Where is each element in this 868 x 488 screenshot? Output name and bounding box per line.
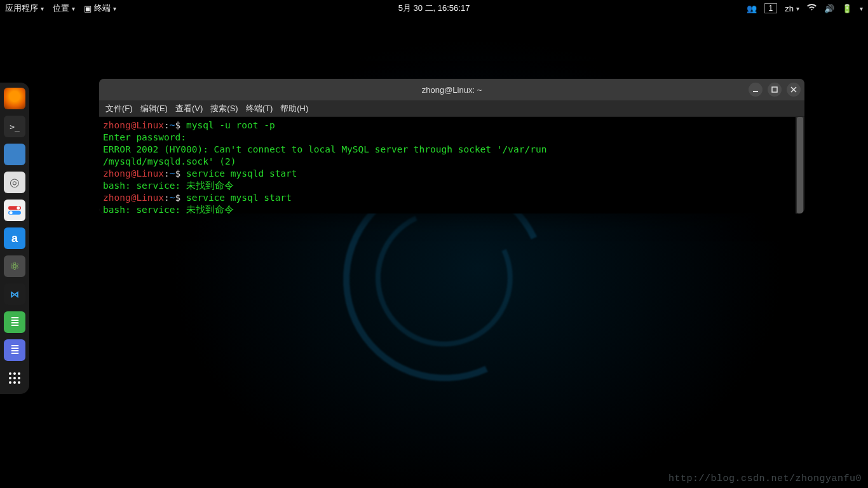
dock-item-wps-presentation[interactable]: ≣ — [4, 339, 25, 361]
maximize-button[interactable] — [768, 83, 782, 97]
wifi-icon — [807, 4, 817, 11]
svg-rect-13 — [753, 91, 758, 92]
command-text: service mysqld start — [186, 168, 297, 179]
svg-point-3 — [10, 211, 13, 214]
menu-terminal[interactable]: 终端(T) — [246, 103, 273, 114]
prompt-sign: $ — [175, 168, 186, 179]
workspace-indicator[interactable]: 1 — [764, 3, 778, 13]
battery-icon[interactable]: 🔋 — [842, 4, 852, 13]
menu-help[interactable]: 帮助(H) — [280, 103, 308, 114]
svg-point-1 — [17, 207, 20, 210]
chevron-down-icon: ▾ — [796, 5, 799, 12]
dock-item-tweaks[interactable] — [4, 200, 25, 221]
menu-edit[interactable]: 编辑(E) — [140, 103, 168, 114]
output-text: Enter password: — [103, 132, 192, 142]
chevron-down-icon: ▾ — [860, 5, 863, 12]
svg-rect-14 — [772, 87, 777, 92]
svg-point-5 — [13, 372, 16, 375]
prompt-user: zhong@Linux — [103, 120, 164, 130]
minimize-icon — [752, 86, 759, 93]
prompt-sign: $ — [175, 120, 186, 130]
terminal-line: ERROR 2002 (HY000): Can't connect to loc… — [103, 144, 801, 156]
svg-point-9 — [18, 377, 20, 379]
terminal-body[interactable]: zhong@Linux:~$ mysql -u root -pEnter pas… — [99, 117, 804, 214]
chevron-down-icon: ▾ — [113, 5, 116, 12]
dock-item-show-apps[interactable] — [4, 367, 25, 389]
terminal-line: /mysqld/mysqld.sock' (2) — [103, 156, 801, 168]
close-button[interactable] — [787, 83, 801, 97]
terminal-line: zhong@Linux:~$ mysql -u root -p — [103, 119, 801, 132]
watermark: http://blog.csdn.net/zhongyanfu0 — [668, 473, 862, 484]
dock-item-files[interactable] — [4, 144, 25, 165]
accessibility-icon[interactable]: 👥 — [747, 4, 757, 13]
active-window-indicator[interactable]: ▣ 终端 ▾ — [84, 3, 116, 14]
command-text: service mysql start — [186, 193, 292, 203]
dock-item-firefox[interactable] — [4, 88, 25, 109]
places-menu-label: 位置 — [53, 3, 69, 14]
volume-icon[interactable]: 🔊 — [824, 4, 834, 13]
dock-item-settings[interactable]: ◎ — [4, 172, 25, 193]
svg-point-11 — [13, 381, 16, 384]
input-method-menu[interactable]: zh ▾ — [785, 4, 799, 13]
dock-item-software[interactable]: a — [4, 227, 25, 249]
terminal-line: zhong@Linux:~$ service mysqld start — [103, 168, 801, 180]
terminal-menubar: 文件(F) 编辑(E) 查看(V) 搜索(S) 终端(T) 帮助(H) — [99, 100, 804, 117]
scrollbar[interactable] — [796, 117, 804, 214]
terminal-titlebar[interactable]: zhong@Linux: ~ — [99, 79, 804, 100]
svg-point-10 — [9, 381, 11, 384]
dock: >_ ◎ a ⚛ ⋈ ≣ ≣ — [0, 83, 29, 394]
chevron-down-icon: ▾ — [72, 5, 75, 12]
svg-point-12 — [18, 381, 20, 384]
maximize-icon — [771, 86, 778, 93]
prompt-user: zhong@Linux — [103, 168, 164, 179]
output-text: ERROR 2002 (HY000): Can't connect to loc… — [103, 144, 546, 154]
dock-item-wps-writer[interactable]: ≣ — [4, 311, 25, 333]
top-panel: 应用程序 ▾ 位置 ▾ ▣ 终端 ▾ 5月 30 二, 16:56:17 👥 1… — [0, 0, 868, 17]
places-menu[interactable]: 位置 ▾ — [53, 3, 75, 14]
network-icon[interactable] — [807, 4, 817, 13]
terminal-line: zhong@Linux:~$ service mysql start — [103, 192, 801, 204]
input-method-label: zh — [785, 4, 794, 13]
clock[interactable]: 5月 30 二, 16:56:17 — [398, 3, 470, 14]
prompt-path: ~ — [170, 120, 175, 130]
dock-item-vscode[interactable]: ⋈ — [4, 283, 25, 305]
command-text: mysql -u root -p — [186, 120, 275, 130]
applications-menu[interactable]: 应用程序 ▾ — [5, 3, 44, 14]
terminal-line: bash: service: 未找到命令 — [103, 204, 801, 214]
terminal-icon: ▣ — [84, 4, 92, 13]
output-text: bash: service: 未找到命令 — [103, 205, 234, 214]
prompt-path: ~ — [170, 193, 175, 203]
menu-file[interactable]: 文件(F) — [105, 103, 133, 114]
apps-grid-icon — [8, 372, 21, 384]
output-text: bash: service: 未找到命令 — [103, 180, 234, 191]
applications-menu-label: 应用程序 — [5, 3, 38, 14]
toggle-icon — [8, 206, 21, 215]
svg-point-7 — [9, 377, 11, 379]
menu-view[interactable]: 查看(V) — [175, 103, 203, 114]
prompt-path: ~ — [170, 168, 175, 179]
prompt-user: zhong@Linux — [103, 193, 164, 203]
active-window-label: 终端 — [94, 3, 111, 14]
svg-point-4 — [9, 372, 11, 375]
prompt-sign: $ — [175, 193, 186, 203]
svg-point-6 — [18, 372, 20, 375]
close-icon — [790, 86, 797, 93]
terminal-window: zhong@Linux: ~ 文件(F) 编辑(E) 查看(V) 搜索(S) 终… — [99, 79, 804, 214]
dock-item-atom[interactable]: ⚛ — [4, 255, 25, 277]
menu-search[interactable]: 搜索(S) — [210, 103, 238, 114]
terminal-line: Enter password: — [103, 132, 801, 144]
chevron-down-icon: ▾ — [41, 5, 44, 12]
terminal-line: bash: service: 未找到命令 — [103, 180, 801, 192]
output-text: /mysqld/mysqld.sock' (2) — [103, 156, 236, 166]
terminal-title: zhong@Linux: ~ — [422, 85, 482, 95]
dock-item-terminal[interactable]: >_ — [4, 116, 25, 137]
svg-point-8 — [13, 377, 16, 379]
minimize-button[interactable] — [749, 83, 763, 97]
